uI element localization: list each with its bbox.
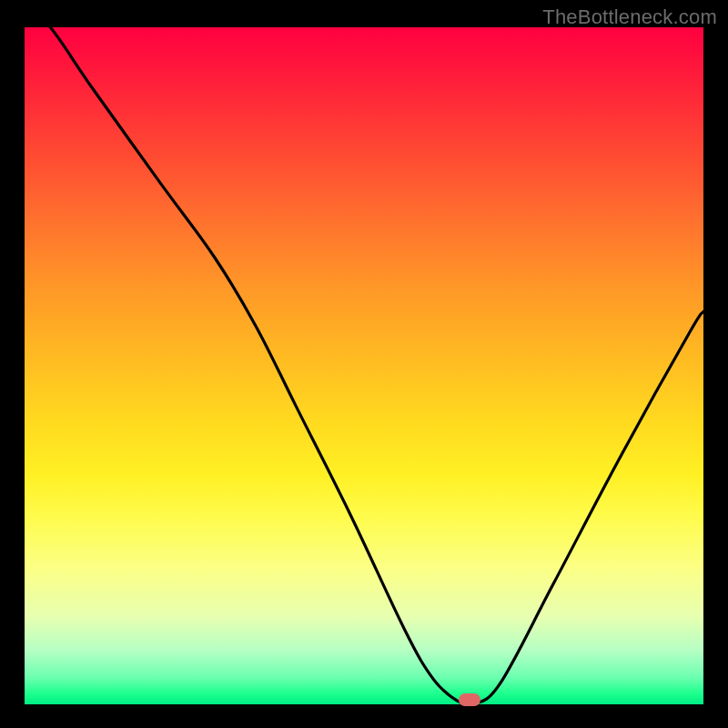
optimal-marker bbox=[459, 693, 480, 706]
watermark-text: TheBottleneck.com bbox=[542, 5, 717, 29]
chart-frame: TheBottleneck.com bbox=[0, 0, 728, 728]
plot-area bbox=[25, 27, 703, 704]
bottleneck-curve bbox=[25, 27, 703, 704]
